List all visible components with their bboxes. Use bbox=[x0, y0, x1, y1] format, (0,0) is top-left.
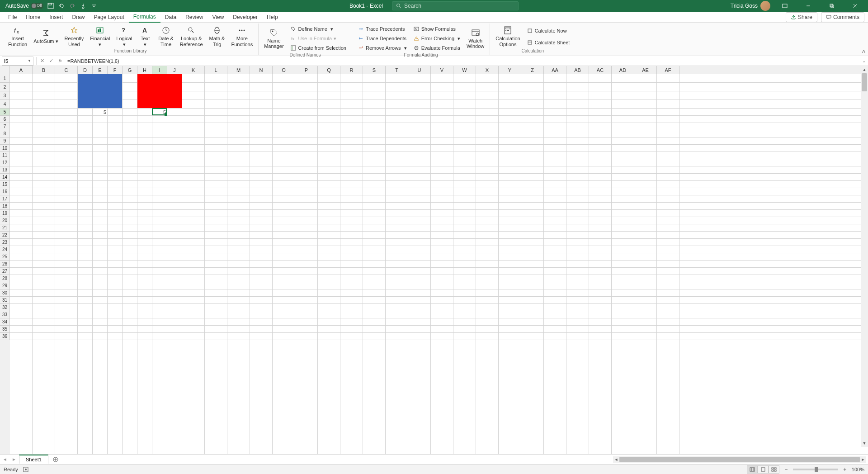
col-header-J[interactable]: J bbox=[167, 66, 182, 74]
search-box[interactable] bbox=[392, 1, 519, 10]
row-header-6[interactable]: 6 bbox=[0, 116, 10, 123]
name-box-dropdown-icon[interactable]: ▼ bbox=[28, 59, 31, 63]
autosave-toggle[interactable]: AutoSave Off bbox=[5, 3, 43, 9]
user-account[interactable]: Tricia Goss bbox=[731, 1, 770, 11]
col-header-H[interactable]: H bbox=[137, 66, 152, 74]
scroll-up-icon[interactable]: ▲ bbox=[861, 66, 868, 73]
maximize-button[interactable] bbox=[823, 0, 841, 12]
cancel-formula-button[interactable]: ✕ bbox=[38, 57, 47, 65]
col-header-U[interactable]: U bbox=[408, 66, 431, 74]
macro-record-icon[interactable] bbox=[23, 466, 29, 473]
row-header-14[interactable]: 14 bbox=[0, 174, 10, 181]
share-button[interactable]: Share bbox=[786, 12, 817, 22]
col-header-E[interactable]: E bbox=[93, 66, 108, 74]
row-header-27[interactable]: 27 bbox=[0, 268, 10, 275]
name-box[interactable]: I5 ▼ bbox=[2, 57, 33, 66]
tab-insert[interactable]: Insert bbox=[45, 12, 67, 22]
calculation-options-button[interactable]: Calculation Options bbox=[493, 24, 523, 48]
insert-function-button[interactable]: fx Insert Function bbox=[5, 24, 30, 48]
row-header-31[interactable]: 31 bbox=[0, 297, 10, 304]
tab-review[interactable]: Review bbox=[181, 12, 208, 22]
horizontal-scrollbar[interactable]: ◄ ► bbox=[613, 456, 866, 463]
col-header-F[interactable]: F bbox=[108, 66, 123, 74]
row-header-25[interactable]: 25 bbox=[0, 253, 10, 261]
scroll-down-icon[interactable]: ▼ bbox=[861, 440, 868, 447]
horizontal-scroll-thumb[interactable] bbox=[619, 457, 860, 462]
undo-icon[interactable] bbox=[58, 2, 65, 9]
col-header-B[interactable]: B bbox=[33, 66, 55, 74]
row-header-13[interactable]: 13 bbox=[0, 166, 10, 174]
col-header-O[interactable]: O bbox=[273, 66, 295, 74]
row-header-19[interactable]: 19 bbox=[0, 210, 10, 217]
calculate-now-button[interactable]: Calculate Now bbox=[524, 26, 573, 35]
name-manager-button[interactable]: Name Manager bbox=[261, 24, 286, 52]
trace-precedents-button[interactable]: Trace Precedents bbox=[355, 24, 410, 33]
row-header-32[interactable]: 32 bbox=[0, 304, 10, 311]
col-header-R[interactable]: R bbox=[340, 66, 363, 74]
col-header-P[interactable]: P bbox=[295, 66, 318, 74]
lookup-reference-button[interactable]: Lookup & Reference bbox=[177, 24, 206, 48]
page-layout-view-button[interactable] bbox=[758, 465, 769, 474]
col-header-AF[interactable]: AF bbox=[657, 66, 679, 74]
row-header-20[interactable]: 20 bbox=[0, 217, 10, 224]
col-header-AE[interactable]: AE bbox=[634, 66, 657, 74]
row-header-18[interactable]: 18 bbox=[0, 203, 10, 210]
expand-formula-bar-button[interactable]: ⌄ bbox=[860, 58, 868, 63]
show-formulas-button[interactable]: fx Show Formulas bbox=[410, 24, 463, 33]
text-button[interactable]: A Text▾ bbox=[136, 24, 155, 48]
row-header-17[interactable]: 17 bbox=[0, 195, 10, 203]
row-header-9[interactable]: 9 bbox=[0, 137, 10, 145]
watch-window-button[interactable]: Watch Window bbox=[464, 24, 487, 52]
col-header-I[interactable]: I bbox=[152, 66, 167, 74]
zoom-in-button[interactable]: + bbox=[842, 466, 848, 473]
financial-button[interactable]: Financial▾ bbox=[87, 24, 113, 48]
col-header-S[interactable]: S bbox=[363, 66, 386, 74]
ribbon-display-icon[interactable] bbox=[776, 0, 794, 12]
col-header-Q[interactable]: Q bbox=[318, 66, 340, 74]
col-header-Y[interactable]: Y bbox=[499, 66, 521, 74]
col-header-Z[interactable]: Z bbox=[521, 66, 544, 74]
formula-input[interactable] bbox=[65, 58, 860, 64]
row-header-15[interactable]: 15 bbox=[0, 181, 10, 188]
row-header-35[interactable]: 35 bbox=[0, 326, 10, 333]
col-header-L[interactable]: L bbox=[205, 66, 227, 74]
remove-arrows-button[interactable]: Remove Arrows ▾ bbox=[355, 43, 410, 52]
qat-customize-icon[interactable] bbox=[90, 2, 98, 9]
filled-range-blue[interactable] bbox=[78, 74, 123, 109]
col-header-W[interactable]: W bbox=[453, 66, 476, 74]
spreadsheet-grid[interactable]: ABCDEFGHIJKLMNOPQRSTUVWXYZAAABACADAEAF 1… bbox=[0, 66, 868, 454]
cell-I5[interactable]: 5 bbox=[152, 109, 167, 116]
col-header-AB[interactable]: AB bbox=[566, 66, 589, 74]
tab-draw[interactable]: Draw bbox=[67, 12, 89, 22]
row-header-1[interactable]: 1 bbox=[0, 74, 10, 83]
col-header-V[interactable]: V bbox=[431, 66, 453, 74]
row-header-3[interactable]: 3 bbox=[0, 91, 10, 100]
scroll-left-icon[interactable]: ◄ bbox=[613, 457, 619, 462]
sheet-tab-active[interactable]: Sheet1 bbox=[19, 455, 48, 464]
trace-dependents-button[interactable]: Trace Dependents bbox=[355, 34, 410, 43]
tab-file[interactable]: File bbox=[4, 12, 21, 22]
row-header-21[interactable]: 21 bbox=[0, 224, 10, 232]
zoom-out-button[interactable]: − bbox=[783, 466, 789, 473]
tab-home[interactable]: Home bbox=[21, 12, 45, 22]
tab-help[interactable]: Help bbox=[262, 12, 283, 22]
row-header-7[interactable]: 7 bbox=[0, 123, 10, 130]
row-header-11[interactable]: 11 bbox=[0, 152, 10, 159]
row-header-24[interactable]: 24 bbox=[0, 246, 10, 253]
row-header-29[interactable]: 29 bbox=[0, 282, 10, 289]
row-header-2[interactable]: 2 bbox=[0, 83, 10, 91]
col-header-AD[interactable]: AD bbox=[612, 66, 634, 74]
cell-E5[interactable]: 5 bbox=[93, 109, 108, 116]
row-header-22[interactable]: 22 bbox=[0, 232, 10, 239]
next-sheet-button[interactable]: ► bbox=[11, 456, 17, 463]
zoom-level[interactable]: 100% bbox=[852, 467, 864, 472]
tab-view[interactable]: View bbox=[208, 12, 229, 22]
col-header-T[interactable]: T bbox=[386, 66, 408, 74]
tab-formulas[interactable]: Formulas bbox=[129, 12, 160, 23]
calculate-sheet-button[interactable]: Calculate Sheet bbox=[524, 38, 573, 47]
create-from-selection-button[interactable]: Create from Selection bbox=[288, 43, 349, 52]
page-break-view-button[interactable] bbox=[769, 465, 779, 474]
vertical-scrollbar[interactable]: ▲ ▼ bbox=[861, 66, 868, 447]
tab-page-layout[interactable]: Page Layout bbox=[89, 12, 128, 22]
save-icon[interactable] bbox=[47, 2, 54, 9]
